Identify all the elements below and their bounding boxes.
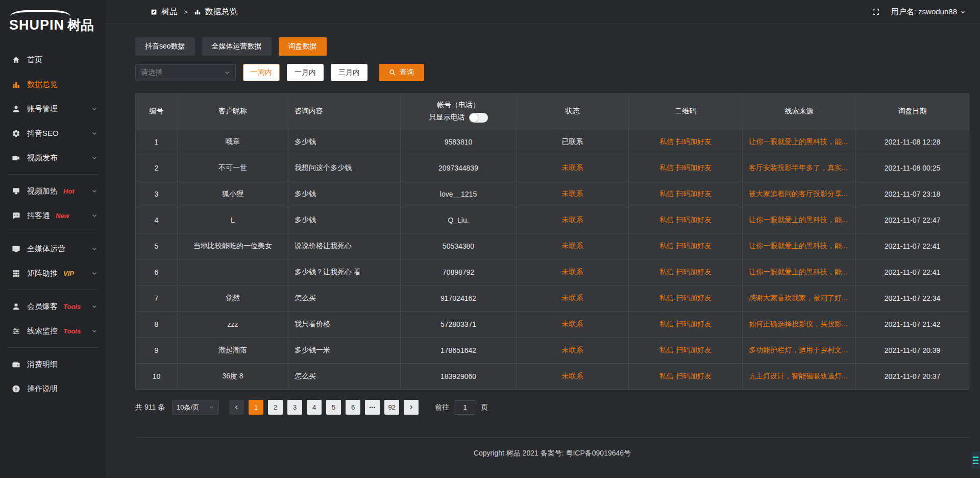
next-page-button[interactable] — [404, 400, 419, 415]
qrcode-link[interactable]: 私信 扫码加好友 — [629, 233, 743, 259]
query-button-label: 查询 — [400, 68, 414, 77]
tab-inquiry-data[interactable]: 询盘数据 — [279, 37, 327, 56]
cell-account: 183929060 — [401, 364, 517, 389]
qrcode-link[interactable]: 私信 扫码加好友 — [629, 312, 743, 337]
filter-select[interactable]: 请选择 — [135, 64, 236, 81]
table-row: 8 zzz 我只看价格 572803371 未联系 私信 扫码加好友 如何正确选… — [136, 311, 969, 337]
source-link[interactable]: 让你一眼就爱上的黑科技，能... — [743, 207, 856, 233]
status-badge: 未联系 — [517, 312, 629, 337]
floating-widget[interactable] — [971, 451, 980, 469]
cell-date: 2021-11-07 21:42 — [856, 312, 969, 337]
cell-content: 多少钱 — [288, 207, 401, 233]
cell-nickname — [178, 259, 288, 285]
user-menu[interactable]: 用户名: zswodun88 — [891, 7, 966, 17]
sidebar-item-video-heating[interactable]: 视频加热 Hot — [0, 179, 106, 203]
range-button-quarter[interactable]: 三月内 — [331, 64, 368, 81]
cell-date: 2021-11-08 00:25 — [856, 155, 969, 181]
qrcode-link[interactable]: 私信 扫码加好友 — [629, 181, 743, 207]
page-unit-label: 页 — [481, 403, 488, 412]
sidebar-item-label: 会员爆客 — [27, 302, 58, 312]
page-button-4[interactable]: 4 — [307, 400, 322, 415]
sidebar-item-account-mgmt[interactable]: 账号管理 — [0, 97, 106, 121]
cell-nickname: 狐小狸 — [178, 181, 288, 207]
sidebar-item-data-overview[interactable]: 数据总览 — [0, 72, 106, 97]
sidebar-divider — [7, 347, 99, 348]
goto-page: 前往 页 — [435, 400, 488, 415]
topbar: 树品 > 数据总览 用户名: zswodun88 — [106, 0, 980, 24]
cell-content: 多少钱一米 — [288, 338, 401, 363]
range-button-week[interactable]: 一周内 — [243, 64, 280, 81]
page-button-6[interactable]: 6 — [346, 400, 360, 415]
table-row: 5 当地比较能吃的一位美女 说说价格让我死心 50534380 未联系 私信 扫… — [136, 233, 969, 259]
phone-only-label: 只显示电话 — [429, 113, 465, 122]
sidebar-item-label: 数据总览 — [27, 80, 58, 89]
source-link[interactable]: 如何正确选择投影仪，买投影... — [743, 312, 856, 337]
cell-content: 多少钱 — [288, 129, 401, 155]
sidebar-item-member-burst[interactable]: 会员爆客 Tools — [0, 294, 106, 319]
chevron-down-icon — [224, 69, 230, 76]
qrcode-link[interactable]: 私信 扫码加好友 — [629, 259, 743, 285]
video-icon — [11, 153, 20, 162]
page-button-2[interactable]: 2 — [268, 400, 283, 415]
page-button-1[interactable]: 1 — [249, 400, 263, 415]
page-button-92[interactable]: 92 — [384, 400, 399, 415]
source-link[interactable]: 多功能护栏灯，适用于乡村文... — [743, 338, 856, 363]
prev-page-button[interactable] — [229, 400, 244, 415]
goto-page-input[interactable] — [454, 400, 476, 415]
fullscreen-icon[interactable] — [872, 8, 880, 16]
grid-icon — [11, 269, 20, 278]
sidebar-item-video-publish[interactable]: 视频发布 — [0, 146, 106, 170]
cell-nickname: 潮起潮落 — [178, 338, 288, 363]
tab-douyin-seo-data[interactable]: 抖音seo数据 — [135, 37, 195, 56]
page-size-select[interactable]: 10条/页 — [172, 400, 219, 415]
breadcrumb-separator: > — [184, 8, 188, 16]
source-link[interactable]: 让你一眼就爱上的黑科技，能... — [743, 129, 856, 155]
range-button-month[interactable]: 一月内 — [287, 64, 324, 81]
sidebar-item-home[interactable]: 首页 — [0, 47, 106, 72]
vip-badge: VIP — [63, 270, 74, 277]
page-button-5[interactable]: 5 — [326, 400, 341, 415]
sidebar-item-instructions[interactable]: ? 操作说明 — [0, 376, 106, 401]
col-header-qrcode: 二维码 — [629, 94, 743, 129]
cell-id: 6 — [136, 259, 178, 285]
breadcrumb-root[interactable]: 树品 — [161, 7, 178, 17]
source-link[interactable]: 被大家追着问的客厅投影分享... — [743, 181, 856, 207]
sidebar-item-douyin-seo[interactable]: 抖音SEO — [0, 121, 106, 146]
qrcode-link[interactable]: 私信 扫码加好友 — [629, 364, 743, 389]
source-link[interactable]: 让你一眼就爱上的黑科技，能... — [743, 233, 856, 259]
username-label: 用户名: zswodun88 — [891, 7, 957, 17]
qrcode-link[interactable]: 私信 扫码加好友 — [629, 207, 743, 233]
brand-square-icon — [151, 9, 157, 15]
qrcode-link[interactable]: 私信 扫码加好友 — [629, 285, 743, 311]
qrcode-link[interactable]: 私信 扫码加好友 — [629, 338, 743, 363]
tab-omni-media-data[interactable]: 全媒体运营数据 — [202, 37, 272, 56]
table-row: 9 潮起潮落 多少钱一米 178651642 未联系 私信 扫码加好友 多功能护… — [136, 337, 969, 363]
qrcode-link[interactable]: 私信 扫码加好友 — [629, 155, 743, 181]
source-link[interactable]: 感谢大家喜欢我家，被问了好... — [743, 285, 856, 311]
cell-account: 70898792 — [401, 259, 517, 285]
table-row: 1 哦章 多少钱 9583810 已联系 私信 扫码加好友 让你一眼就爱上的黑科… — [136, 129, 969, 155]
phone-only-toggle[interactable] — [469, 113, 488, 123]
chevron-down-icon — [91, 212, 97, 219]
query-button[interactable]: 查询 — [379, 64, 424, 81]
sidebar-item-lead-monitor[interactable]: 线索监控 Tools — [0, 319, 106, 343]
sidebar-item-omni-media[interactable]: 全媒体运营 — [0, 236, 106, 261]
page-button-3[interactable]: 3 — [287, 400, 302, 415]
source-link[interactable]: 让你一眼就爱上的黑科技，能... — [743, 259, 856, 285]
sidebar-item-consumption-detail[interactable]: 消费明细 — [0, 352, 106, 376]
table-row: 10 36度 8 怎么买 183929060 未联系 私信 扫码加好友 无主灯设… — [136, 363, 969, 389]
chevron-down-icon — [209, 404, 214, 410]
data-tabs: 抖音seo数据 全媒体运营数据 询盘数据 — [135, 37, 969, 56]
sidebar-divider — [7, 232, 99, 232]
qrcode-link[interactable]: 私信 扫码加好友 — [629, 129, 743, 155]
gear-icon — [11, 129, 20, 138]
sidebar-item-doketong[interactable]: 抖客通 New — [0, 203, 106, 228]
tools-badge: Tools — [63, 327, 81, 335]
sidebar-item-matrix-boost[interactable]: 矩阵助推 VIP — [0, 261, 106, 285]
cell-date: 2021-11-07 22:41 — [856, 233, 969, 259]
more-pages-button[interactable]: ••• — [365, 400, 380, 415]
status-badge: 未联系 — [517, 338, 629, 363]
source-link[interactable]: 无主灯设计，智能磁吸轨道灯... — [743, 364, 856, 389]
source-link[interactable]: 客厅安装投影半年多了，真实... — [743, 155, 856, 181]
chevron-down-icon — [960, 9, 966, 15]
